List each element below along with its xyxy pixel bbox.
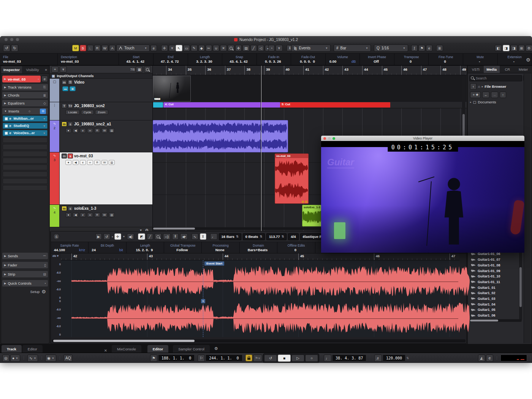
info-field-value[interactable]: vo-mst_03	[3, 59, 21, 63]
timeline-ruler[interactable]: 34353637383940414243444546474849	[153, 66, 467, 75]
grid-bars-field[interactable]: 16 Bars⇅	[219, 233, 241, 240]
track-audio-snc2[interactable]: ∿2 m s JG_190803_snc2_a1 ●◀e∞RW▥	[50, 120, 152, 152]
insert-edit-icon[interactable]: e	[10, 124, 11, 128]
info-field-value[interactable]: 0.00	[329, 59, 337, 63]
level-scale-header[interactable]: db ▾	[52, 254, 59, 258]
track-control-button[interactable]: ∞	[87, 212, 93, 217]
insert-slot-empty[interactable]	[3, 185, 48, 191]
color-menu-button[interactable]: ◔	[268, 45, 275, 51]
inserts-state-icon[interactable]: ⊟	[40, 109, 46, 114]
tree-item-documents[interactable]: Documents	[478, 100, 496, 104]
audio-record-mode-button[interactable]: ∿ ▼	[27, 355, 38, 362]
toolbar-setup-gear-icon[interactable]: ⚙	[526, 45, 532, 51]
section-track-versions[interactable]: ▶Track Versions⎘	[2, 84, 48, 90]
tab-track[interactable]: Track	[2, 345, 22, 353]
editor-info-field[interactable]: Length 15. 2. 0. 9	[127, 242, 164, 253]
vomst-mute-button[interactable]: m	[62, 154, 67, 158]
track-control-button[interactable]: e	[80, 128, 86, 133]
marker-track-lane[interactable]: 4: Cut 5: Cut	[153, 102, 467, 108]
video-mute-button[interactable]: m	[62, 80, 67, 85]
range-selection-tool[interactable]: ▭	[183, 45, 190, 51]
editor-info-field[interactable]: Bit Depth 24bit	[89, 242, 126, 253]
track-audio-vomst[interactable]: ∿3 m s vo-mst_03 ●◀e∞RW▥	[50, 152, 152, 205]
automation-letter-button[interactable]: S	[80, 45, 86, 51]
track-marker[interactable]: ⋮ T T# JG_190803_scn2 LocateCycleZoom	[50, 102, 152, 120]
add-track-menu-icon[interactable]: ▼	[60, 66, 67, 73]
editor-info-value[interactable]: None	[215, 248, 225, 252]
grid-beats-field[interactable]: 0 Beats⇅	[243, 233, 265, 240]
hand-tool[interactable]: ✜	[235, 45, 242, 51]
marker-locate-icon[interactable]: T	[62, 103, 67, 108]
back-button[interactable]: ‹	[470, 83, 477, 90]
video-track-name[interactable]: Video	[74, 80, 84, 84]
insert-slot-empty[interactable]	[3, 171, 48, 177]
track-control-button[interactable]: R	[94, 160, 100, 165]
scrub-tool[interactable]: ◁	[258, 45, 264, 51]
video-audio-toggle[interactable]: ▣	[70, 86, 76, 91]
track-control-button[interactable]: ∞	[87, 128, 93, 133]
midi-record-mode-button[interactable]: ◉ ▼	[45, 355, 56, 362]
track-control-button[interactable]: ▥	[109, 128, 115, 133]
editor-hscrollbar[interactable]	[52, 339, 466, 342]
editor-info-value[interactable]: 44.100	[54, 248, 65, 252]
autoscroll-options-icon[interactable]: ▼	[169, 45, 176, 51]
metronome-button[interactable]: ◭	[478, 355, 485, 362]
track-edit-button[interactable]: e	[41, 76, 48, 82]
file-list-item[interactable]: Guitar1-01_09	[469, 268, 520, 274]
info-field-value[interactable]: 43. 4. 1. 42	[230, 59, 248, 63]
file-list-item[interactable]: Guitar1_06	[469, 313, 520, 318]
home-icon[interactable]: ⌂	[478, 84, 480, 89]
marker-id-icon[interactable]: T#	[68, 103, 73, 108]
play-button[interactable]: ▷	[291, 355, 304, 362]
info-field[interactable]: Start 43. 4. 1. 42	[119, 54, 154, 65]
inspector-track-name[interactable]: ▶vo-mst_03›	[2, 76, 41, 82]
info-field[interactable]: Fade-Out 0. 0. 0. 0	[291, 54, 326, 65]
automation-letter-button[interactable]: M	[72, 45, 79, 51]
video-zoom-icon[interactable]	[332, 137, 335, 140]
track-control-button[interactable]: ∞	[87, 160, 93, 165]
tempo-track-icon[interactable]: ♬	[374, 355, 382, 362]
section-sends[interactable]: ▶Sends⎓	[2, 253, 48, 259]
file-list-item[interactable]: Guitar1-01_10	[469, 274, 520, 279]
editor-info-value[interactable]: Follow	[176, 248, 188, 252]
section-fader[interactable]: ▶Fader▯	[2, 262, 48, 268]
info-field[interactable]: Description vo-mst_03	[58, 54, 119, 65]
info-field[interactable]: Snap 43. 4. 1. 42	[222, 54, 257, 65]
add-favorite-button[interactable]: ＋★	[470, 92, 481, 98]
erase-tool[interactable]: ◆	[198, 45, 205, 51]
mute-tool[interactable]: ✕	[220, 45, 227, 51]
insert-bypass-icon[interactable]: ▣	[5, 124, 8, 128]
editor-zoom-tool[interactable]	[155, 233, 162, 240]
punch-in-icon[interactable]: ⚑▾	[253, 355, 262, 362]
track-control-button[interactable]: W	[101, 212, 108, 217]
editor-play-tool[interactable]: ◀•	[180, 233, 188, 240]
track-control-button[interactable]: ▥	[109, 212, 115, 217]
quantize-flag-button[interactable]: ⚑	[418, 45, 425, 51]
info-field[interactable]: Transpose 0	[394, 54, 429, 65]
automation-letter-button[interactable]: W	[101, 45, 109, 51]
timesig-field[interactable]: 4/4	[288, 233, 298, 240]
tempo-field[interactable]: 113.77⇅	[266, 233, 287, 240]
editor-draw-tool[interactable]: ╱	[147, 233, 153, 240]
info-field[interactable]: Fine-Tune 0	[429, 54, 463, 65]
audio-event-snc2[interactable]	[153, 120, 288, 152]
editor-timewarp-tool[interactable]: ⫴	[172, 233, 179, 240]
solo-track-mute-button[interactable]: m	[62, 206, 67, 211]
insert-slot-empty[interactable]	[3, 165, 48, 170]
track-control-button[interactable]: R	[94, 128, 100, 133]
insert-bypass-icon[interactable]: ▣	[5, 131, 8, 135]
info-field[interactable]: Volume 0.00dB	[326, 54, 360, 65]
marker-region-cyan[interactable]	[153, 102, 163, 108]
marker-action-button[interactable]: Cycle	[81, 110, 94, 115]
insert-bypass-icon[interactable]: ▣	[5, 117, 8, 120]
editor-loop-button[interactable]: ↺	[103, 233, 110, 240]
editor-info-field[interactable]: Sample Rate 44.100kHz	[51, 242, 89, 253]
track-control-button[interactable]: ●	[65, 160, 71, 165]
editor-info-value[interactable]: 15. 2. 0. 9	[136, 248, 153, 252]
media-rack-tab[interactable]: CR	[500, 66, 516, 73]
object-selection-tool[interactable]: ↖	[176, 45, 182, 51]
editor-info-field[interactable]: Global Transpose Follow	[164, 242, 202, 253]
info-field[interactable]: File vo-mst_03	[0, 54, 58, 65]
marker-action-button[interactable]: Zoom	[95, 110, 108, 115]
left-zone-toggle[interactable]: ◧	[495, 45, 502, 51]
